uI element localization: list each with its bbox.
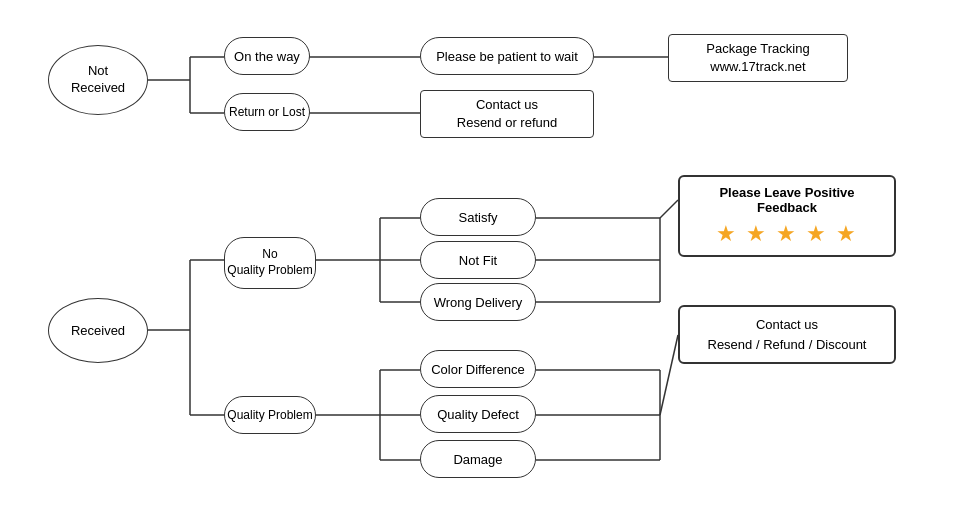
satisfy-node: Satisfy — [420, 198, 536, 236]
patient-wait-node: Please be patient to wait — [420, 37, 594, 75]
quality-problem-node: Quality Problem — [224, 396, 316, 434]
on-the-way-label: On the way — [234, 49, 300, 64]
not-received-label: Not Received — [71, 63, 125, 97]
contact-resend-refund-discount-box: Contact us Resend / Refund / Discount — [678, 305, 896, 364]
no-quality-problem-node: No Quality Problem — [224, 237, 316, 289]
no-quality-problem-label: No Quality Problem — [227, 247, 312, 278]
quality-problem-label: Quality Problem — [227, 408, 312, 422]
not-received-node: Not Received — [48, 45, 148, 115]
return-or-lost-label: Return or Lost — [229, 105, 305, 119]
feedback-label: Please Leave Positive Feedback — [692, 185, 882, 215]
return-or-lost-node: Return or Lost — [224, 93, 310, 131]
contact-resend-refund-node: Contact us Resend or refund — [420, 90, 594, 138]
color-difference-label: Color Difference — [431, 362, 525, 377]
stars: ★ ★ ★ ★ ★ — [692, 221, 882, 247]
received-label: Received — [71, 323, 125, 338]
feedback-box: Please Leave Positive Feedback ★ ★ ★ ★ ★ — [678, 175, 896, 257]
contact-resend-refund-discount-label: Contact us Resend / Refund / Discount — [708, 317, 867, 352]
contact-resend-refund-label: Contact us Resend or refund — [457, 96, 557, 132]
not-fit-label: Not Fit — [459, 253, 497, 268]
svg-line-30 — [660, 335, 678, 415]
damage-label: Damage — [453, 452, 502, 467]
not-fit-node: Not Fit — [420, 241, 536, 279]
received-node: Received — [48, 298, 148, 363]
svg-line-20 — [660, 200, 678, 218]
package-tracking-label: Package Tracking www.17track.net — [706, 40, 809, 76]
wrong-delivery-node: Wrong Delivery — [420, 283, 536, 321]
package-tracking-node: Package Tracking www.17track.net — [668, 34, 848, 82]
color-difference-node: Color Difference — [420, 350, 536, 388]
diagram: Not Received On the way Return or Lost P… — [0, 0, 960, 513]
quality-defect-node: Quality Defect — [420, 395, 536, 433]
damage-node: Damage — [420, 440, 536, 478]
quality-defect-label: Quality Defect — [437, 407, 519, 422]
wrong-delivery-label: Wrong Delivery — [434, 295, 523, 310]
satisfy-label: Satisfy — [458, 210, 497, 225]
on-the-way-node: On the way — [224, 37, 310, 75]
patient-wait-label: Please be patient to wait — [436, 49, 578, 64]
